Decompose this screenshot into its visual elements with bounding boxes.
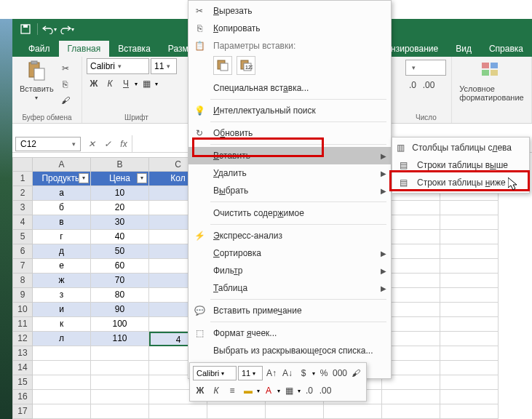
mini-size-select[interactable]: 11▾ (238, 366, 263, 380)
table-cell[interactable]: 50 (91, 244, 149, 259)
decrease-font-icon[interactable]: A↓ (280, 366, 295, 380)
paste-option-1[interactable] (213, 56, 232, 75)
decrease-decimal-icon[interactable]: .0 (405, 78, 420, 92)
mini-border[interactable]: ▦ (282, 383, 296, 398)
ctx-smart-lookup[interactable]: 💡Интеллектуальный поиск (188, 102, 391, 119)
ctx-quick-analysis[interactable]: ⚡Экспресс-анализ (188, 227, 391, 244)
format-painter-icon[interactable]: 🖌 (58, 93, 73, 108)
row-header[interactable]: 14 (12, 361, 33, 375)
border-button[interactable]: ▦ (139, 76, 154, 91)
percent-icon[interactable]: % (317, 366, 331, 380)
mini-dec-decimal[interactable]: .0 (302, 383, 317, 398)
submenu-rows-above[interactable]: ▤Строки таблицы выше (392, 156, 529, 174)
row-header[interactable]: 11 (12, 317, 33, 332)
row-header[interactable]: 7 (12, 259, 33, 274)
undo-icon[interactable]: ▾ (42, 22, 57, 36)
table-cell[interactable]: г (33, 230, 91, 244)
row-header[interactable]: 15 (12, 375, 33, 390)
ctx-insert[interactable]: Вставить▶ (188, 147, 391, 164)
table-cell[interactable]: 30 (91, 215, 149, 230)
mini-fill-color[interactable]: ▬ (241, 383, 255, 398)
row-header[interactable]: 17 (12, 404, 33, 419)
paste-button[interactable]: Вставить ▾ (17, 58, 57, 103)
table-cell[interactable]: е (33, 259, 91, 274)
font-name-select[interactable]: Calibri▾ (87, 58, 149, 74)
row-header[interactable]: 2 (12, 186, 33, 201)
ctx-clear[interactable]: Очистить содержимое (188, 204, 391, 222)
select-all-corner[interactable] (12, 157, 33, 172)
table-cell[interactable]: 110 (91, 332, 149, 346)
mini-font-select[interactable]: Calibri▾ (193, 366, 237, 380)
mini-align[interactable]: ≡ (225, 383, 239, 398)
italic-button[interactable]: К (103, 76, 117, 91)
mini-font-color[interactable]: A (261, 383, 276, 398)
tab-file[interactable]: Файл (20, 41, 59, 57)
table-cell[interactable]: 80 (91, 288, 149, 303)
table-cell[interactable]: 40 (91, 230, 149, 244)
tab-home[interactable]: Главная (59, 41, 110, 57)
row-header[interactable]: 1 (12, 172, 33, 186)
redo-icon[interactable]: ▾ (60, 22, 74, 36)
table-header[interactable]: Цена▾ (91, 172, 149, 186)
tab-insert[interactable]: Вставка (109, 41, 159, 57)
ctx-select[interactable]: Выбрать▶ (188, 182, 391, 199)
paste-option-2[interactable]: 123 (237, 56, 255, 75)
fx-icon[interactable]: fx (116, 139, 132, 149)
tab-help[interactable]: Справка (480, 41, 532, 57)
bold-button[interactable]: Ж (87, 76, 101, 91)
col-header[interactable]: A (33, 157, 91, 172)
row-header[interactable]: 5 (12, 230, 33, 244)
ctx-refresh[interactable]: ↻Обновить (188, 124, 391, 142)
table-cell[interactable]: а (33, 186, 91, 201)
font-size-select[interactable]: 11▾ (151, 58, 177, 74)
ctx-pick-from-list[interactable]: Выбрать из раскрывающегося списка... (188, 342, 391, 359)
ctx-delete[interactable]: Удалить▶ (188, 164, 391, 182)
table-cell[interactable]: и (33, 303, 91, 317)
enter-icon[interactable]: ✓ (100, 139, 116, 149)
table-cell[interactable]: к (33, 317, 91, 332)
number-format-select[interactable]: ▾ (405, 60, 446, 76)
table-cell[interactable]: з (33, 288, 91, 303)
conditional-formatting-button[interactable]: Условное форматирование (456, 58, 527, 103)
ctx-insert-comment[interactable]: 💬Вставить примечание (188, 302, 391, 319)
ctx-table[interactable]: Таблица▶ (188, 279, 391, 297)
table-cell[interactable]: 100 (91, 317, 149, 332)
table-cell[interactable]: ж (33, 274, 91, 288)
row-header[interactable]: 3 (12, 201, 33, 215)
row-header[interactable]: 4 (12, 215, 33, 230)
row-header[interactable]: 9 (12, 288, 33, 303)
row-header[interactable]: 16 (12, 390, 33, 404)
tab-view[interactable]: Вид (447, 41, 480, 57)
ctx-cut[interactable]: ✂ВВырезатьырезать (188, 2, 391, 20)
name-box[interactable]: C12▾ (15, 137, 81, 151)
ctx-paste-special[interactable]: Специальная вставка... (188, 79, 391, 97)
format-painter-icon[interactable]: 🖌 (349, 366, 363, 380)
row-header[interactable]: 8 (12, 274, 33, 288)
ctx-copy[interactable]: ⎘Копировать (188, 20, 391, 37)
filter-icon[interactable]: ▾ (79, 173, 89, 183)
table-cell[interactable]: 60 (91, 259, 149, 274)
table-cell[interactable]: 70 (91, 274, 149, 288)
ctx-sort[interactable]: Сортировка▶ (188, 244, 391, 262)
table-cell[interactable]: 90 (91, 303, 149, 317)
cancel-icon[interactable]: ✕ (84, 139, 100, 149)
row-header[interactable]: 13 (12, 346, 33, 361)
mini-italic[interactable]: К (209, 383, 223, 398)
row-header[interactable]: 6 (12, 244, 33, 259)
save-icon[interactable] (18, 22, 33, 36)
table-cell[interactable]: 10 (91, 186, 149, 201)
table-cell[interactable]: д (33, 244, 91, 259)
col-header[interactable]: B (91, 157, 149, 172)
submenu-rows-below[interactable]: ▤Строки таблицы ниже (392, 174, 529, 191)
table-cell[interactable]: л (33, 332, 91, 346)
accounting-format-icon[interactable]: $ (296, 366, 311, 380)
table-cell[interactable]: б (33, 201, 91, 215)
copy-icon[interactable]: ⎘ (58, 77, 73, 92)
underline-button[interactable]: Ч (119, 76, 133, 91)
row-header[interactable]: 12 (12, 332, 33, 346)
table-cell[interactable]: 20 (91, 201, 149, 215)
cut-icon[interactable]: ✂ (58, 61, 73, 76)
filter-icon[interactable]: ▾ (137, 173, 147, 183)
table-header[interactable]: Продукты▾ (33, 172, 91, 186)
comma-style-icon[interactable]: 000 (333, 366, 347, 380)
